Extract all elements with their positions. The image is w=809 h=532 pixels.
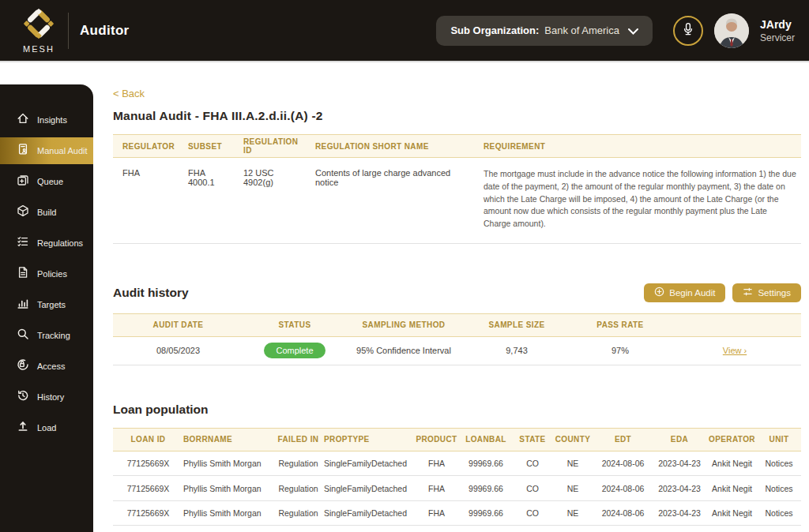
short-name-value: Contents of large charge advanced notice (306, 168, 474, 230)
begin-audit-button[interactable]: Begin Audit (644, 283, 725, 302)
sub-organization-label: Sub Organization: (450, 24, 539, 36)
audit-date-value: 08/05/2023 (113, 346, 243, 355)
sidebar-item-load[interactable]: Load (0, 414, 93, 441)
sidebar-item-label: Targets (37, 300, 66, 309)
loan-cell: 2023-04-23 (652, 459, 707, 468)
home-icon (17, 112, 29, 128)
loan-column-header: LOAN ID (113, 435, 183, 444)
history-icon (17, 389, 29, 405)
loan-cell: 2024-08-06 (594, 459, 652, 468)
loan-column-header: STATE (514, 435, 551, 444)
regulation-table-header: REGULATOR SUBSET REGULATION ID REGULATIO… (113, 134, 801, 158)
sub-organization-select[interactable]: Sub Organization: Bank of America (436, 16, 653, 46)
column-header-short-name: REGULATION SHORT NAME (306, 142, 474, 151)
microphone-button[interactable] (673, 16, 703, 46)
loan-cell: CO (514, 459, 551, 468)
loan-cell: 2023-04-23 (652, 508, 707, 518)
search-icon (17, 328, 29, 343)
column-header-sample-size: SAMPLE SIZE (461, 320, 572, 329)
settings-label: Settings (758, 288, 791, 298)
loan-table-header: LOAN IDBORRNAMEFAILED INPROPTYPEPRODUCTL… (113, 428, 801, 451)
microphone-icon (681, 22, 695, 39)
loan-cell: SingleFamilyDetached (324, 484, 415, 493)
loan-cell: 2024-08-06 (594, 484, 652, 493)
loan-cell: FHA (415, 508, 458, 518)
sidebar-item-label: Regulations (37, 238, 83, 248)
user-role: Servicer (760, 32, 795, 43)
sidebar-item-regulations[interactable]: Regulations (0, 230, 93, 257)
sidebar-item-policies[interactable]: Policies (0, 260, 93, 287)
sidebar-item-manual-audit[interactable]: Manual Audit (0, 137, 93, 164)
column-header-requirement: REQUIREMENT (474, 142, 801, 151)
manual-audit-icon (17, 143, 29, 159)
loan-cell: NE (551, 459, 594, 468)
loan-cell: Regulation (273, 459, 324, 468)
sidebar-item-history[interactable]: History (0, 384, 93, 410)
loan-cell: NE (551, 508, 594, 518)
loan-cell: 99969.66 (458, 508, 514, 518)
begin-audit-label: Begin Audit (669, 288, 715, 298)
status-badge: Complete (264, 343, 325, 358)
sidebar-item-access[interactable]: Access (0, 353, 93, 380)
loan-column-header: LOANBAL (458, 435, 514, 444)
requirement-text: The mortgage must include in the advance… (474, 168, 801, 230)
queue-icon (17, 174, 29, 189)
loan-cell: Ankit Negit (707, 459, 757, 468)
loan-cell: SingleFamilyDetached (324, 508, 415, 518)
regulator-value: FHA (113, 168, 179, 230)
sidebar-item-label: Queue (37, 177, 63, 186)
subset-value: FHA 4000.1 (179, 168, 234, 230)
column-header-pass-rate: PASS RATE (572, 320, 668, 329)
view-cell: View › (668, 346, 801, 355)
loan-cell: Phyllis Smith Morgan (183, 508, 273, 518)
table-row: 77125669XPhyllis Smith MorganRegulationS… (113, 476, 801, 501)
loan-cell: Ankit Negit (707, 484, 757, 493)
table-row: 77125669XPhyllis Smith MorganRegulationS… (113, 526, 801, 532)
loan-cell: FHA (415, 484, 458, 493)
audit-table-header: AUDIT DATE STATUS SAMPLING METHOD SAMPLE… (113, 313, 801, 337)
plus-circle-icon (654, 287, 664, 298)
user-name: JArdy (760, 18, 795, 31)
sidebar-item-targets[interactable]: Targets (0, 291, 93, 318)
avatar[interactable] (714, 13, 749, 48)
sidebar-item-queue[interactable]: Queue (0, 168, 93, 195)
table-row: 08/05/2023 Complete 95% Confidence Inter… (113, 337, 801, 365)
loan-cell: 2024-08-06 (594, 508, 652, 518)
sidebar-item-label: Insights (37, 115, 67, 125)
sidebar-item-label: Access (37, 362, 65, 371)
loan-cell: CO (514, 508, 551, 518)
page-title: Manual Audit - FHA III.A.2.d.ii.(A) -2 (113, 109, 801, 123)
column-header-sampling-method: SAMPLING METHOD (346, 320, 461, 329)
divider (68, 13, 69, 49)
column-header-audit-date: AUDIT DATE (113, 320, 243, 329)
loan-table-body: 77125669XPhyllis Smith MorganRegulationS… (113, 451, 801, 532)
view-link[interactable]: View › (723, 346, 747, 355)
bar-chart-icon (17, 297, 29, 313)
back-link[interactable]: < Back (113, 88, 145, 99)
loan-population-table: LOAN IDBORRNAMEFAILED INPROPTYPEPRODUCTL… (113, 428, 801, 532)
loan-column-header: OPERATOR (707, 435, 757, 444)
settings-button[interactable]: Settings (732, 283, 801, 302)
app-title: Auditor (80, 23, 130, 39)
sidebar-item-build[interactable]: Build (0, 199, 93, 226)
brand-logo: MESH (22, 7, 55, 54)
sidebar-item-label: Tracking (37, 331, 70, 340)
loan-cell: 77125669X (113, 508, 183, 518)
sidebar-item-label: Policies (37, 269, 67, 279)
loan-cell: Ankit Negit (707, 508, 757, 518)
loan-cell: Regulation (273, 508, 324, 518)
loan-cell: Phyllis Smith Morgan (183, 484, 273, 493)
loan-column-header: UNIT (757, 435, 801, 444)
lock-icon (17, 358, 29, 374)
loan-cell: CO (514, 484, 551, 493)
upload-icon (17, 420, 29, 436)
sidebar-item-insights[interactable]: Insights (0, 107, 93, 133)
column-header-subset: SUBSET (179, 142, 234, 151)
loan-cell: Notices (757, 508, 801, 518)
loan-cell: FHA (415, 459, 458, 468)
loan-cell: 2023-04-23 (652, 484, 707, 493)
sidebar-item-tracking[interactable]: Tracking (0, 322, 93, 349)
loan-column-header: BORRNAME (183, 435, 273, 444)
loan-cell: NE (551, 484, 594, 493)
sampling-method-value: 95% Confidence Interval (346, 346, 461, 355)
